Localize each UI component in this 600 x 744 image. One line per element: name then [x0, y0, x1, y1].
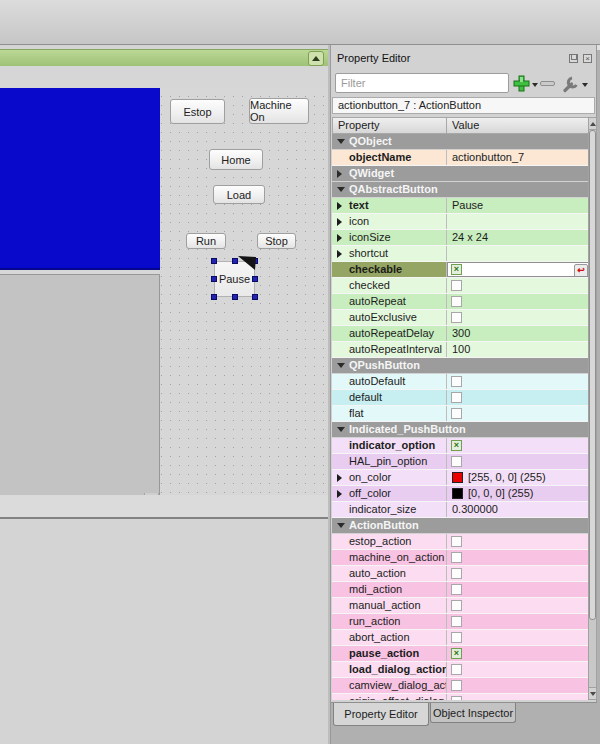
expand-triangle-icon[interactable] [337, 218, 342, 226]
tab-object-inspector[interactable]: Object Inspector [430, 703, 516, 723]
property-row[interactable]: autoRepeatInterval100 [332, 342, 590, 358]
property-row[interactable]: indicator_option× [332, 438, 590, 454]
property-row[interactable]: default [332, 390, 590, 406]
property-row[interactable]: origin_offset_dialog... [332, 694, 590, 700]
checkbox-icon[interactable] [451, 376, 462, 387]
load-button[interactable]: Load [213, 185, 265, 204]
property-value-cell[interactable] [447, 214, 590, 229]
configure-wrench-icon[interactable] [562, 75, 580, 93]
property-name-cell[interactable]: indicator_size [332, 502, 447, 517]
selection-handle-nw[interactable] [211, 258, 217, 264]
property-name-cell[interactable]: on_color [332, 470, 447, 485]
checkbox-icon[interactable] [451, 632, 462, 643]
property-name-cell[interactable]: abort_action [332, 630, 447, 645]
gray-panel-widget[interactable] [0, 274, 160, 496]
property-value-cell[interactable] [447, 294, 590, 309]
property-value-cell[interactable] [447, 454, 590, 469]
property-row[interactable]: iconSize24 x 24 [332, 230, 590, 246]
property-name-cell[interactable]: estop_action [332, 534, 447, 549]
checkbox-icon[interactable] [451, 408, 462, 419]
property-value-cell[interactable]: × [447, 438, 590, 453]
property-value-cell[interactable]: 0.300000 [447, 502, 590, 517]
property-row[interactable]: estop_action [332, 534, 590, 550]
add-property-icon[interactable] [512, 75, 530, 93]
property-row[interactable]: checked [332, 278, 590, 294]
property-group-row[interactable]: QPushButton [332, 358, 590, 374]
checkbox-icon[interactable] [451, 680, 462, 691]
property-row[interactable]: machine_on_action [332, 550, 590, 566]
reset-property-button[interactable]: ↩ [574, 264, 588, 277]
property-name-cell[interactable]: camview_dialog_acti... [332, 678, 447, 693]
property-name-cell[interactable]: autoExclusive [332, 310, 447, 325]
property-group-row[interactable]: QObject [332, 134, 590, 150]
property-row[interactable]: pause_action× [332, 646, 590, 662]
property-name-cell[interactable]: manual_action [332, 598, 447, 613]
property-row[interactable]: HAL_pin_option [332, 454, 590, 470]
selection-handle-w[interactable] [211, 276, 217, 282]
property-value-cell[interactable] [447, 246, 590, 261]
property-name-cell[interactable]: icon [332, 214, 447, 229]
property-value-cell[interactable]: 100 [447, 342, 590, 357]
checkbox-icon[interactable] [451, 312, 462, 323]
property-group-row[interactable]: ActionButton [332, 518, 590, 534]
scrollbar-thumb[interactable] [589, 130, 596, 620]
property-value-cell[interactable] [447, 630, 590, 645]
property-value-cell[interactable] [447, 310, 590, 325]
selection-handle-se[interactable] [252, 294, 258, 300]
property-value-cell[interactable] [447, 278, 590, 293]
property-value-cell[interactable] [447, 566, 590, 581]
stop-button[interactable]: Stop [257, 233, 296, 249]
property-value-cell[interactable] [447, 550, 590, 565]
property-value-cell[interactable]: 300 [447, 326, 590, 341]
property-name-cell[interactable]: autoDefault [332, 374, 447, 389]
blue-display-widget[interactable] [0, 88, 160, 270]
float-icon[interactable] [569, 54, 578, 63]
property-row[interactable]: checkable×↩ [332, 262, 590, 278]
property-row[interactable]: camview_dialog_acti... [332, 678, 590, 694]
expand-triangle-icon[interactable] [337, 490, 342, 498]
collapse-triangle-icon[interactable] [337, 139, 345, 144]
expand-triangle-icon[interactable] [337, 250, 342, 258]
machine-on-button[interactable]: Machine On [249, 98, 309, 124]
property-value-cell[interactable]: [255, 0, 0] (255) [447, 470, 590, 485]
property-value-cell[interactable]: [0, 0, 0] (255) [447, 486, 590, 501]
property-name-cell[interactable]: off_color [332, 486, 447, 501]
property-value-cell[interactable] [447, 582, 590, 597]
property-value-cell[interactable] [447, 374, 590, 389]
property-name-cell[interactable]: checkable [332, 262, 447, 277]
property-row[interactable]: on_color[255, 0, 0] (255) [332, 470, 590, 486]
property-row[interactable]: abort_action [332, 630, 590, 646]
property-name-cell[interactable]: pause_action [332, 646, 447, 661]
collapse-triangle-icon[interactable] [337, 187, 345, 192]
expand-triangle-icon[interactable] [337, 474, 342, 482]
checkbox-icon[interactable] [451, 296, 462, 307]
selection-handle-s[interactable] [232, 294, 238, 300]
property-row[interactable]: textPause [332, 198, 590, 214]
property-row[interactable]: autoDefault [332, 374, 590, 390]
property-row[interactable]: shortcut [332, 246, 590, 262]
estop-button[interactable]: Estop [170, 99, 225, 124]
selection-handle-sw[interactable] [211, 294, 217, 300]
property-value-cell[interactable]: Pause [447, 198, 590, 213]
property-name-cell[interactable]: autoRepeatDelay [332, 326, 447, 341]
configure-dropdown-arrow-icon[interactable] [582, 83, 588, 87]
property-value-cell[interactable] [447, 678, 590, 693]
property-name-cell[interactable]: iconSize [332, 230, 447, 245]
property-name-cell[interactable]: auto_action [332, 566, 447, 581]
remove-property-icon[interactable] [540, 81, 555, 86]
property-value-cell[interactable] [447, 614, 590, 629]
property-name-cell[interactable]: text [332, 198, 447, 213]
property-name-cell[interactable]: mdi_action [332, 582, 447, 597]
property-row[interactable]: autoRepeatDelay300 [332, 326, 590, 342]
checkbox-icon[interactable] [451, 616, 462, 627]
expand-triangle-icon[interactable] [337, 170, 342, 178]
checkbox-checked-icon[interactable]: × [451, 648, 462, 659]
property-value-cell[interactable]: actionbutton_7 [447, 150, 590, 165]
checkbox-icon[interactable] [451, 280, 462, 291]
property-name-cell[interactable]: autoRepeatInterval [332, 342, 447, 357]
property-row[interactable]: flat [332, 406, 590, 422]
checkbox-icon[interactable] [451, 696, 462, 700]
vertical-scrollbar[interactable] [588, 117, 597, 700]
pause-button-selected[interactable]: Pause [211, 258, 258, 300]
property-value-cell[interactable]: ×↩ [447, 262, 590, 277]
